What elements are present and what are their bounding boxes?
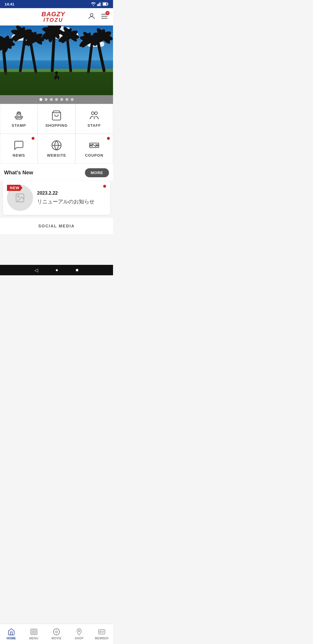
status-icons (91, 2, 108, 6)
svg-point-58 (95, 112, 98, 115)
coupon-menu-item[interactable]: COUPON (75, 134, 113, 164)
signal-icon (97, 2, 101, 6)
svg-rect-1 (98, 3, 99, 6)
dot-4[interactable] (55, 98, 58, 101)
website-label: WEBSITE (47, 153, 66, 158)
header-actions: N (88, 12, 108, 21)
whats-new-section: What's New MORE (0, 164, 113, 181)
svg-point-71 (18, 196, 19, 197)
battery-icon (103, 2, 108, 6)
svg-rect-54 (16, 118, 22, 119)
svg-point-55 (18, 113, 20, 115)
stamp-menu-item[interactable]: STAMP (0, 104, 38, 134)
shopping-menu-item[interactable]: SHOPPING (38, 104, 75, 134)
staff-menu-item[interactable]: STAFF (75, 104, 113, 134)
globe-icon (51, 140, 62, 151)
back-button[interactable]: ◁ (34, 267, 38, 273)
carousel-dots (0, 95, 113, 104)
news-label: NEWS (13, 153, 25, 158)
user-icon (88, 12, 96, 20)
news-content: 2023.2.22 リニューアルのお知らせ (37, 191, 106, 205)
svg-rect-5 (103, 3, 106, 5)
status-time: 14:41 (5, 2, 14, 6)
stamp-icon (13, 110, 24, 121)
dot-2[interactable] (45, 98, 48, 101)
news-menu-item[interactable]: NEWS (0, 134, 38, 164)
recent-button[interactable]: ■ (76, 267, 79, 273)
coupon-label: COUPON (85, 153, 103, 158)
svg-rect-3 (101, 2, 101, 6)
new-badge: NEW (7, 185, 22, 191)
news-thumbnail: NEW (7, 185, 33, 211)
logo-itozu: ITOZU (43, 17, 63, 23)
shopping-label: SHOPPING (46, 123, 68, 128)
news-title: リニューアルのお知らせ (37, 198, 106, 205)
wifi-icon (91, 2, 96, 6)
more-button[interactable]: MORE (85, 168, 109, 177)
notification-badge: N (105, 11, 110, 15)
main-grid-menu: STAMP SHOPPING STAFF NEWS (0, 104, 113, 164)
android-navigation-bar: ◁ ● ■ (0, 265, 113, 275)
app-header: BAGZY ITOZU N (0, 8, 113, 26)
app-logo: BAGZY ITOZU (41, 11, 65, 23)
logo-bagzy: BAGZY (41, 11, 65, 17)
news-unread-indicator (103, 185, 106, 188)
news-notification-dot (32, 137, 34, 140)
profile-button[interactable] (88, 12, 96, 21)
social-media-section: SOCIAL MEDIA (0, 218, 113, 234)
dot-6[interactable] (65, 98, 68, 101)
dot-1[interactable] (39, 98, 42, 101)
news-date: 2023.2.22 (37, 191, 106, 196)
coupon-icon (89, 140, 100, 151)
staff-label: STAFF (88, 123, 101, 128)
stamp-label: STAMP (12, 123, 26, 128)
home-button[interactable]: ● (55, 267, 58, 273)
svg-point-7 (90, 13, 93, 16)
status-bar: 14:41 (0, 0, 113, 8)
dot-3[interactable] (50, 98, 53, 101)
menu-button[interactable]: N (100, 12, 108, 21)
social-media-label: SOCIAL MEDIA (38, 224, 75, 228)
dot-5[interactable] (60, 98, 63, 101)
staff-icon (89, 110, 100, 121)
photo-placeholder-icon (15, 193, 25, 203)
website-menu-item[interactable]: WEBSITE (38, 134, 75, 164)
coupon-notification-dot (107, 137, 110, 140)
svg-point-57 (92, 112, 94, 115)
svg-rect-2 (99, 3, 100, 6)
news-card-item[interactable]: NEW 2023.2.22 リニューアルのお知らせ (3, 181, 110, 215)
whats-new-title: What's New (4, 170, 33, 176)
svg-rect-6 (108, 3, 108, 5)
chat-icon (13, 140, 24, 151)
svg-line-68 (92, 144, 96, 147)
shopping-cart-icon (51, 110, 62, 121)
hero-banner (0, 26, 113, 95)
svg-rect-0 (97, 4, 98, 6)
dot-7[interactable] (71, 98, 74, 101)
